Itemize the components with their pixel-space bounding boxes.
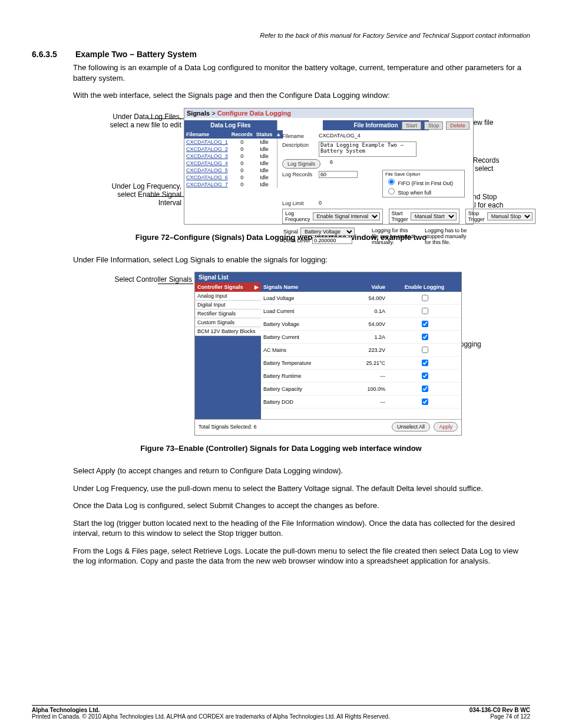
callout-line — [148, 196, 184, 197]
breadcrumb-signals[interactable]: Signals — [187, 110, 210, 117]
enable-logging-checkbox[interactable] — [422, 386, 428, 392]
label-loglimit: Log Limit — [282, 200, 315, 206]
enable-logging-checkbox[interactable] — [422, 347, 428, 353]
table-row: Battery Capacity100.0% — [261, 383, 461, 396]
section-title: Example Two – Battery System — [75, 50, 197, 59]
table-row: Load Voltage54.00V — [261, 292, 461, 305]
label-log-frequency: Log Frequency — [285, 210, 310, 222]
col-records[interactable]: Records — [230, 130, 254, 139]
label-filename: Filename — [282, 133, 315, 139]
signal-name-cell: Battery Voltage — [261, 318, 348, 331]
log-signals-button[interactable]: Log Signals — [282, 159, 320, 169]
signal-name-cell: AC Mains — [261, 344, 348, 357]
value-loglimit: 0 — [319, 200, 322, 206]
filename-link[interactable]: CXCDATALOG_5 — [184, 167, 230, 174]
filename-link[interactable]: CXCDATALOG_6 — [184, 174, 230, 181]
col-filename[interactable]: Filename — [184, 130, 230, 139]
paragraph: With the web interface, select the Signa… — [73, 90, 530, 101]
paragraph: The following is an example of a Data Lo… — [73, 62, 530, 83]
paragraph: Start the log (trigger button located ne… — [73, 518, 530, 539]
file-save-option-title: File Save Option — [385, 172, 462, 177]
signal-value-cell: 0.1A — [348, 305, 388, 318]
file-information-panel: File Information Start Stop Delete Filen… — [279, 120, 473, 246]
fifo-radio[interactable] — [388, 179, 395, 185]
delta-level-input[interactable] — [312, 237, 352, 244]
signal-name-cell: Battery Current — [261, 331, 348, 344]
records-cell: 0 — [230, 139, 254, 146]
stop-button[interactable]: Stop — [424, 121, 444, 130]
col-value[interactable]: Value — [348, 282, 388, 292]
section-heading: 6.6.3.5 Example Two – Battery System — [32, 50, 530, 59]
col-status[interactable]: Status — [254, 130, 275, 139]
enable-logging-checkbox[interactable] — [422, 360, 428, 366]
log-records-input[interactable] — [319, 171, 358, 178]
col-signal-name[interactable]: Signals Name — [261, 282, 348, 292]
signal-categories-sidebar: Controller Signals ▶ Analog InputDigital… — [195, 282, 261, 419]
stop-when-full-radio[interactable] — [388, 188, 395, 195]
enable-logging-checkbox[interactable] — [422, 308, 428, 314]
paragraph: Select Apply (to accept changes and retu… — [73, 466, 530, 476]
records-cell: 0 — [230, 167, 254, 174]
sidebar-item[interactable]: BCM 12V Battery Blocks — [195, 327, 261, 336]
start-trigger-group: Start Trigger Manual Start — [389, 209, 459, 224]
sidebar-item[interactable]: Analog Input — [195, 292, 261, 301]
signal-value-cell: 54.00V — [348, 318, 388, 331]
signal-name-cell: Battery Runtime — [261, 370, 348, 383]
unselect-all-button[interactable]: Unselect All — [392, 422, 430, 431]
breadcrumb-sep: > — [211, 110, 215, 117]
enable-logging-checkbox[interactable] — [422, 321, 428, 327]
signal-value-cell: 100.0% — [348, 383, 388, 396]
status-cell: Idle — [254, 167, 275, 174]
filename-link[interactable]: CXCDATALOG_4 — [184, 160, 230, 167]
table-row[interactable]: CXCDATALOG_60Idle — [184, 174, 283, 181]
log-frequency-select[interactable]: Enable Signal Interval — [313, 212, 380, 220]
start-button[interactable]: Start — [402, 121, 421, 130]
table-row[interactable]: CXCDATALOG_20Idle — [184, 146, 283, 153]
records-cell: 0 — [230, 181, 254, 188]
enable-logging-checkbox[interactable] — [422, 398, 428, 405]
stop-trigger-select[interactable]: Manual Stop — [487, 212, 533, 220]
delete-button[interactable]: Delete — [446, 121, 470, 130]
callout-left: Select Controller Signals — [70, 275, 192, 284]
apply-button[interactable]: Apply — [434, 422, 458, 431]
description-input[interactable]: Data Logging Example Two – Battery Syste… — [319, 141, 416, 157]
total-signals-selected: Total Signals Selected: 6 — [199, 424, 257, 430]
footer-page: Page 74 of 122 — [490, 713, 530, 720]
table-row[interactable]: CXCDATALOG_70Idle — [184, 181, 283, 188]
filename-link[interactable]: CXCDATALOG_7 — [184, 181, 230, 188]
footer-doc-id: 034-136-C0 Rev B WC — [470, 707, 530, 713]
table-row[interactable]: CXCDATALOG_10Idle — [184, 139, 283, 146]
start-trigger-select[interactable]: Manual Start — [411, 212, 457, 220]
panel-title: Data Log Files — [184, 120, 277, 130]
section-number: 6.6.3.5 — [32, 50, 73, 59]
enable-logging-checkbox[interactable] — [422, 295, 428, 301]
log-frequency-group: Log Frequency Enable Signal Interval — [282, 209, 383, 224]
sidebar-item[interactable]: Digital Input — [195, 301, 261, 309]
enable-logging-checkbox[interactable] — [422, 334, 428, 340]
col-enable-logging[interactable]: Enable Logging — [388, 282, 461, 292]
expand-icon[interactable]: ▶ — [254, 284, 259, 290]
sidebar-item[interactable]: Rectifier Signals — [195, 309, 261, 318]
sidebar-header[interactable]: Controller Signals ▶ — [195, 282, 261, 292]
sidebar-item[interactable]: Custom Signals — [195, 318, 261, 327]
callout-line — [148, 118, 184, 119]
value-filename: CXCDATALOG_4 — [319, 133, 361, 139]
signals-table: Signals Name Value Enable Logging Load V… — [261, 282, 461, 409]
label-stop-trigger: Stop Trigger — [468, 210, 485, 222]
table-row[interactable]: CXCDATALOG_40Idle — [184, 160, 283, 167]
filename-link[interactable]: CXCDATALOG_3 — [184, 153, 230, 160]
signal-select[interactable]: Battery Voltage — [300, 228, 355, 236]
table-row[interactable]: CXCDATALOG_50Idle — [184, 167, 283, 174]
filename-link[interactable]: CXCDATALOG_2 — [184, 146, 230, 153]
value-logsignals: 6 — [330, 159, 333, 165]
table-row: Battery Temperature25.21°C — [261, 357, 461, 370]
figure-caption: Figure 73–Enable (Controller) Signals fo… — [32, 444, 530, 453]
stop-when-full-label: Stop when full — [398, 190, 432, 196]
signal-value-cell: 25.21°C — [348, 357, 388, 370]
enable-logging-checkbox[interactable] — [422, 373, 428, 379]
records-cell: 0 — [230, 160, 254, 167]
label-logrecords: Log Records — [282, 171, 315, 177]
filename-link[interactable]: CXCDATALOG_1 — [184, 139, 230, 146]
signal-value-cell: --- — [348, 370, 388, 383]
table-row[interactable]: CXCDATALOG_30Idle — [184, 153, 283, 160]
